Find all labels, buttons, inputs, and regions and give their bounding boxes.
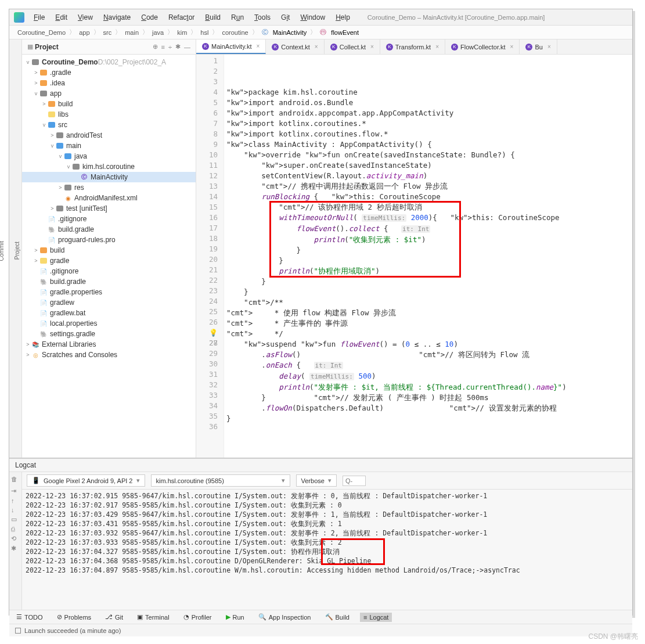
expand-icon[interactable]: ≡ [161,44,165,51]
window-title: Coroutine_Demo – MainActivity.kt [Corout… [367,14,545,21]
tree-item[interactable]: 🐘settings.gradle [22,329,196,339]
btab-todo[interactable]: ☰ TODO [13,612,46,622]
editor-tab[interactable]: KFlowCollector.kt× [445,39,520,54]
project-view-icon: ▦ [27,43,33,51]
menu-refactor[interactable]: Refactor [164,12,199,23]
tree-item[interactable]: >gradle [22,256,196,266]
bottom-toolwindow-bar: ☰ TODO ⊘ Problems ⎇ Git ▣ Terminal ◔ Pro… [9,610,632,624]
project-title[interactable]: Project [35,43,151,51]
btab-terminal[interactable]: ▣ Terminal [134,612,173,622]
logcat-panel: Logcat 🗑 ⇥ ↑ ↓ ▭ ⎙ ⟲ ✱ 📱Google Pixel 2 A… [9,458,632,610]
tree-item[interactable]: >.idea [22,78,196,88]
bc-0[interactable]: Coroutine_Demo [15,29,68,36]
menu-file[interactable]: File [29,12,49,23]
bc-3[interactable]: main [122,29,141,36]
menu-tools[interactable]: Tools [250,12,275,23]
btab-run[interactable]: ▶ Run [222,612,248,622]
loglevel-selector[interactable]: Verbose ▾ [296,474,337,487]
editor-tab[interactable]: KBu× [520,39,557,54]
tree-scratches[interactable]: >◎Scratches and Consoles [22,350,196,360]
left-toolwindow-bar: Project Commit Pull Requests Resource Ma… [9,39,22,458]
btab-build[interactable]: 🔨 Build [322,612,353,622]
editor-area: KMainActivity.kt×KContext.kt×KCollect.kt… [196,39,632,458]
menu-run[interactable]: Run [226,12,248,23]
bc-2[interactable]: src [101,29,114,36]
editor-tabs: KMainActivity.kt×KContext.kt×KCollect.kt… [196,39,632,55]
menu-code[interactable]: Code [136,12,163,23]
editor-tab[interactable]: KCollect.kt× [325,39,380,54]
status-text: Launch succeeded (a minute ago) [24,627,121,634]
toolwin-commit[interactable]: Commit [0,239,6,263]
tree-item[interactable]: ⒸMainActivity [22,172,196,182]
btab-git[interactable]: ⎇ Git [102,612,127,622]
editor-tab[interactable]: KMainActivity.kt× [196,39,266,54]
menu-edit[interactable]: Edit [51,12,72,23]
tree-item[interactable]: vkim.hsl.coroutine [22,161,196,172]
tree-item[interactable]: 📄.gitignore [22,266,196,276]
menu-help[interactable]: Help [331,12,355,23]
tree-item[interactable]: vjava [22,151,196,161]
tree-ext-libs[interactable]: >📚External Libraries [22,339,196,350]
tree-item[interactable]: 📄local.properties [22,318,196,329]
logcat-output[interactable]: 2022-12-23 16:37:02.915 9585-9647/kim.hs… [22,490,632,610]
collapse-icon[interactable]: ÷ [168,44,172,51]
code-editor[interactable]: 1 2 3 4 5 6 7 8 9 10 11 12 13 14 15 16 1… [196,55,632,458]
editor-tab[interactable]: KTransform.kt× [380,39,445,54]
watermark: CSDN @韩曙亮 [588,632,638,642]
tree-item[interactable]: ◉AndroidManifest.xml [22,193,196,203]
editor-tab[interactable]: KContext.kt× [266,39,324,54]
logcat-gutter: 🗑 ⇥ ↑ ↓ ▭ ⎙ ⟲ ✱ [9,472,22,610]
tree-item[interactable]: 📄gradlew [22,297,196,308]
tree-item[interactable]: >res [22,182,196,193]
hide-icon[interactable]: — [184,44,190,51]
menu-git[interactable]: Git [276,12,294,23]
bc-4[interactable]: java [150,29,166,36]
process-selector[interactable]: kim.hsl.coroutine (9585) ▾ [151,474,290,487]
menubar: File Edit View Navigate Code Refactor Bu… [9,9,632,26]
menu-window[interactable]: Window [296,12,330,23]
menu-navigate[interactable]: Navigate [99,12,135,23]
status-bar: Launch succeeded (a minute ago) [9,624,632,636]
tree-item[interactable]: 🐘build.gradle [22,276,196,287]
tree-item[interactable]: vsrc [22,120,196,130]
tree-item[interactable]: 📄gradlew.bat [22,308,196,318]
tree-item[interactable]: >.gradle [22,67,196,78]
tree-item[interactable]: >build [22,99,196,109]
toolwin-project[interactable]: Project [13,239,21,262]
tree-item[interactable]: 📄.gitignore [22,214,196,224]
menu-view[interactable]: View [73,12,98,23]
tree-item[interactable]: 📄proguard-rules.pro [22,235,196,245]
menu-build[interactable]: Build [200,12,225,23]
tree-item[interactable]: 📄gradle.properties [22,287,196,297]
android-studio-logo [14,12,24,23]
tree-item[interactable]: >androidTest [22,130,196,141]
logcat-search[interactable] [343,476,366,486]
tree-item[interactable]: >build [22,245,196,256]
tree-item[interactable]: 🐘build.gradle [22,224,196,235]
tree-root[interactable]: vCoroutine_Demo D:\002_Project\002_A [22,57,196,67]
logcat-title[interactable]: Logcat [9,459,632,472]
target-icon[interactable]: ⊕ [153,43,158,51]
status-icon [15,628,21,634]
device-selector[interactable]: 📱Google Pixel 2 Android 9, API 2 ▾ [27,474,145,487]
tree-item[interactable]: >test [unitTest] [22,203,196,214]
bc-6[interactable]: hsl [198,29,211,36]
tree-item[interactable]: libs [22,109,196,120]
breadcrumb: Coroutine_Demo〉 app〉 src〉 main〉 java〉 ki… [9,26,632,39]
btab-problems[interactable]: ⊘ Problems [53,612,95,622]
bc-1[interactable]: app [77,29,92,36]
tree-item[interactable]: vapp [22,88,196,99]
btab-app-inspection[interactable]: 🔍 App Inspection [255,612,315,622]
project-pane: ▦ Project ⊕ ≡ ÷ ✱ — vCoroutine_Demo D:\0… [22,39,196,458]
bc-func[interactable]: flowEvent [329,29,361,36]
bc-class[interactable]: MainActivity [271,29,309,36]
tree-item[interactable]: vmain [22,141,196,151]
bc-5[interactable]: kim [175,29,189,36]
bc-7[interactable]: coroutine [219,29,250,36]
settings-icon[interactable]: ✱ [175,43,181,51]
btab-profiler[interactable]: ◔ Profiler [180,612,215,622]
btab-logcat[interactable]: ≡ Logcat [360,613,392,622]
